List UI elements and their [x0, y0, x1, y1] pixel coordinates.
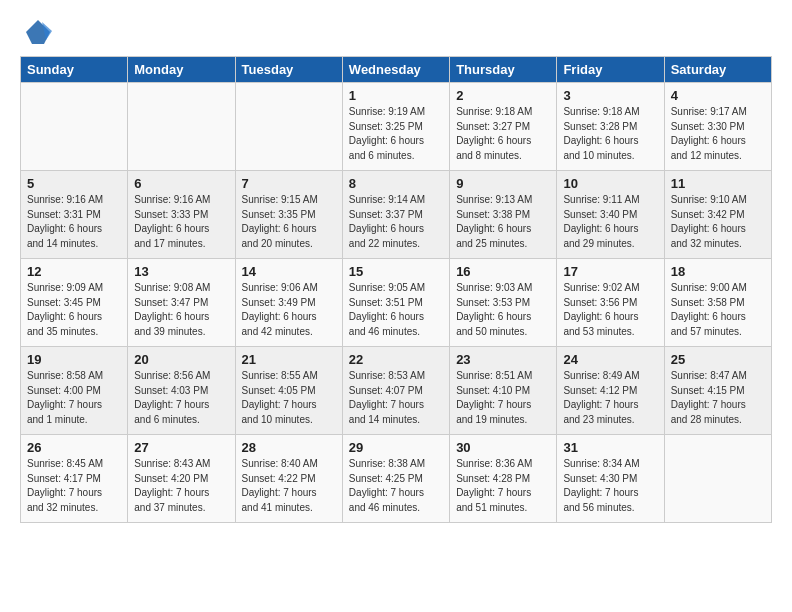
day-number: 17: [563, 264, 657, 279]
day-info: Sunrise: 9:10 AM Sunset: 3:42 PM Dayligh…: [671, 193, 765, 251]
day-number: 6: [134, 176, 228, 191]
day-info: Sunrise: 9:03 AM Sunset: 3:53 PM Dayligh…: [456, 281, 550, 339]
day-cell: 17Sunrise: 9:02 AM Sunset: 3:56 PM Dayli…: [557, 259, 664, 347]
day-info: Sunrise: 9:16 AM Sunset: 3:33 PM Dayligh…: [134, 193, 228, 251]
day-number: 2: [456, 88, 550, 103]
week-row-5: 26Sunrise: 8:45 AM Sunset: 4:17 PM Dayli…: [21, 435, 772, 523]
day-info: Sunrise: 8:45 AM Sunset: 4:17 PM Dayligh…: [27, 457, 121, 515]
weekday-header-monday: Monday: [128, 57, 235, 83]
day-info: Sunrise: 9:02 AM Sunset: 3:56 PM Dayligh…: [563, 281, 657, 339]
day-info: Sunrise: 8:55 AM Sunset: 4:05 PM Dayligh…: [242, 369, 336, 427]
day-number: 1: [349, 88, 443, 103]
day-info: Sunrise: 9:17 AM Sunset: 3:30 PM Dayligh…: [671, 105, 765, 163]
day-cell: 8Sunrise: 9:14 AM Sunset: 3:37 PM Daylig…: [342, 171, 449, 259]
weekday-row: SundayMondayTuesdayWednesdayThursdayFrid…: [21, 57, 772, 83]
day-info: Sunrise: 9:14 AM Sunset: 3:37 PM Dayligh…: [349, 193, 443, 251]
day-cell: [128, 83, 235, 171]
day-cell: 23Sunrise: 8:51 AM Sunset: 4:10 PM Dayli…: [450, 347, 557, 435]
day-number: 20: [134, 352, 228, 367]
day-cell: [235, 83, 342, 171]
day-cell: 4Sunrise: 9:17 AM Sunset: 3:30 PM Daylig…: [664, 83, 771, 171]
day-number: 23: [456, 352, 550, 367]
day-number: 3: [563, 88, 657, 103]
day-cell: 12Sunrise: 9:09 AM Sunset: 3:45 PM Dayli…: [21, 259, 128, 347]
day-cell: 11Sunrise: 9:10 AM Sunset: 3:42 PM Dayli…: [664, 171, 771, 259]
day-info: Sunrise: 9:18 AM Sunset: 3:28 PM Dayligh…: [563, 105, 657, 163]
day-number: 25: [671, 352, 765, 367]
day-number: 11: [671, 176, 765, 191]
day-cell: 26Sunrise: 8:45 AM Sunset: 4:17 PM Dayli…: [21, 435, 128, 523]
week-row-2: 5Sunrise: 9:16 AM Sunset: 3:31 PM Daylig…: [21, 171, 772, 259]
day-cell: 7Sunrise: 9:15 AM Sunset: 3:35 PM Daylig…: [235, 171, 342, 259]
day-number: 14: [242, 264, 336, 279]
day-info: Sunrise: 9:09 AM Sunset: 3:45 PM Dayligh…: [27, 281, 121, 339]
week-row-1: 1Sunrise: 9:19 AM Sunset: 3:25 PM Daylig…: [21, 83, 772, 171]
day-number: 31: [563, 440, 657, 455]
day-cell: 13Sunrise: 9:08 AM Sunset: 3:47 PM Dayli…: [128, 259, 235, 347]
day-number: 5: [27, 176, 121, 191]
calendar-header: SundayMondayTuesdayWednesdayThursdayFrid…: [21, 57, 772, 83]
day-number: 26: [27, 440, 121, 455]
day-number: 24: [563, 352, 657, 367]
day-info: Sunrise: 9:18 AM Sunset: 3:27 PM Dayligh…: [456, 105, 550, 163]
day-cell: 3Sunrise: 9:18 AM Sunset: 3:28 PM Daylig…: [557, 83, 664, 171]
day-cell: 22Sunrise: 8:53 AM Sunset: 4:07 PM Dayli…: [342, 347, 449, 435]
day-info: Sunrise: 9:13 AM Sunset: 3:38 PM Dayligh…: [456, 193, 550, 251]
day-cell: 24Sunrise: 8:49 AM Sunset: 4:12 PM Dayli…: [557, 347, 664, 435]
weekday-header-friday: Friday: [557, 57, 664, 83]
calendar-body: 1Sunrise: 9:19 AM Sunset: 3:25 PM Daylig…: [21, 83, 772, 523]
day-number: 29: [349, 440, 443, 455]
day-cell: 25Sunrise: 8:47 AM Sunset: 4:15 PM Dayli…: [664, 347, 771, 435]
day-cell: 1Sunrise: 9:19 AM Sunset: 3:25 PM Daylig…: [342, 83, 449, 171]
day-info: Sunrise: 9:05 AM Sunset: 3:51 PM Dayligh…: [349, 281, 443, 339]
day-number: 15: [349, 264, 443, 279]
day-cell: 9Sunrise: 9:13 AM Sunset: 3:38 PM Daylig…: [450, 171, 557, 259]
day-info: Sunrise: 8:53 AM Sunset: 4:07 PM Dayligh…: [349, 369, 443, 427]
calendar: SundayMondayTuesdayWednesdayThursdayFrid…: [20, 56, 772, 523]
day-cell: 21Sunrise: 8:55 AM Sunset: 4:05 PM Dayli…: [235, 347, 342, 435]
day-number: 21: [242, 352, 336, 367]
day-info: Sunrise: 8:43 AM Sunset: 4:20 PM Dayligh…: [134, 457, 228, 515]
day-cell: 31Sunrise: 8:34 AM Sunset: 4:30 PM Dayli…: [557, 435, 664, 523]
day-cell: 27Sunrise: 8:43 AM Sunset: 4:20 PM Dayli…: [128, 435, 235, 523]
day-number: 12: [27, 264, 121, 279]
day-cell: 10Sunrise: 9:11 AM Sunset: 3:40 PM Dayli…: [557, 171, 664, 259]
day-cell: 18Sunrise: 9:00 AM Sunset: 3:58 PM Dayli…: [664, 259, 771, 347]
day-cell: 20Sunrise: 8:56 AM Sunset: 4:03 PM Dayli…: [128, 347, 235, 435]
day-info: Sunrise: 8:56 AM Sunset: 4:03 PM Dayligh…: [134, 369, 228, 427]
day-info: Sunrise: 9:08 AM Sunset: 3:47 PM Dayligh…: [134, 281, 228, 339]
day-info: Sunrise: 8:36 AM Sunset: 4:28 PM Dayligh…: [456, 457, 550, 515]
day-cell: [664, 435, 771, 523]
day-cell: 19Sunrise: 8:58 AM Sunset: 4:00 PM Dayli…: [21, 347, 128, 435]
day-number: 16: [456, 264, 550, 279]
day-cell: 5Sunrise: 9:16 AM Sunset: 3:31 PM Daylig…: [21, 171, 128, 259]
day-cell: [21, 83, 128, 171]
weekday-header-saturday: Saturday: [664, 57, 771, 83]
week-row-4: 19Sunrise: 8:58 AM Sunset: 4:00 PM Dayli…: [21, 347, 772, 435]
day-info: Sunrise: 9:11 AM Sunset: 3:40 PM Dayligh…: [563, 193, 657, 251]
day-info: Sunrise: 8:51 AM Sunset: 4:10 PM Dayligh…: [456, 369, 550, 427]
day-number: 22: [349, 352, 443, 367]
day-info: Sunrise: 8:38 AM Sunset: 4:25 PM Dayligh…: [349, 457, 443, 515]
logo-icon: [24, 18, 52, 46]
day-number: 28: [242, 440, 336, 455]
day-number: 4: [671, 88, 765, 103]
day-cell: 29Sunrise: 8:38 AM Sunset: 4:25 PM Dayli…: [342, 435, 449, 523]
day-number: 9: [456, 176, 550, 191]
day-number: 13: [134, 264, 228, 279]
day-info: Sunrise: 9:19 AM Sunset: 3:25 PM Dayligh…: [349, 105, 443, 163]
day-number: 7: [242, 176, 336, 191]
day-info: Sunrise: 9:15 AM Sunset: 3:35 PM Dayligh…: [242, 193, 336, 251]
day-info: Sunrise: 8:58 AM Sunset: 4:00 PM Dayligh…: [27, 369, 121, 427]
weekday-header-wednesday: Wednesday: [342, 57, 449, 83]
day-number: 10: [563, 176, 657, 191]
day-cell: 16Sunrise: 9:03 AM Sunset: 3:53 PM Dayli…: [450, 259, 557, 347]
day-cell: 6Sunrise: 9:16 AM Sunset: 3:33 PM Daylig…: [128, 171, 235, 259]
day-number: 27: [134, 440, 228, 455]
day-info: Sunrise: 9:16 AM Sunset: 3:31 PM Dayligh…: [27, 193, 121, 251]
day-info: Sunrise: 8:34 AM Sunset: 4:30 PM Dayligh…: [563, 457, 657, 515]
weekday-header-tuesday: Tuesday: [235, 57, 342, 83]
day-number: 19: [27, 352, 121, 367]
weekday-header-sunday: Sunday: [21, 57, 128, 83]
day-info: Sunrise: 8:47 AM Sunset: 4:15 PM Dayligh…: [671, 369, 765, 427]
